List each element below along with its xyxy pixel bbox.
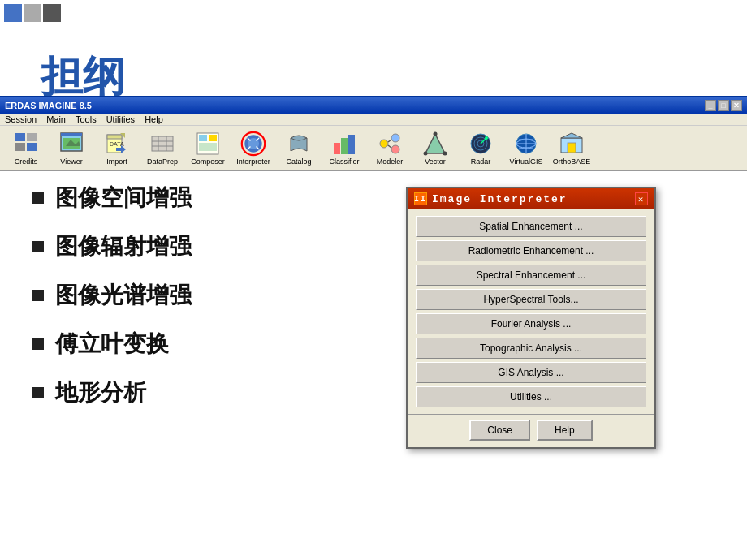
radar-button[interactable]: Radar (460, 128, 502, 168)
vector-button[interactable]: Vector (414, 128, 456, 168)
svg-text:DATA: DATA (110, 141, 124, 147)
credits-button[interactable]: Credits (5, 128, 47, 168)
svg-point-39 (443, 152, 447, 156)
svg-rect-5 (61, 133, 82, 136)
erdas-title-text: ERDAS IMAGINE 8.5 (5, 101, 92, 110)
svg-rect-20 (209, 135, 217, 141)
svg-point-34 (391, 145, 399, 153)
dataprep-icon (149, 131, 175, 157)
svg-rect-52 (568, 143, 576, 153)
gis-analysis-button[interactable]: GIS Analysis ... (416, 362, 646, 383)
bullet-item-1: 图像空间增强 (32, 183, 341, 213)
erdas-toolbar: Credits Viewer DATA (0, 126, 747, 170)
composer-icon (195, 131, 221, 157)
bullet-item-5: 地形分析 (32, 377, 341, 408)
dialog-title-icon: II (414, 192, 427, 205)
svg-rect-3 (27, 143, 37, 151)
bullet-text-2: 图像辐射增强 (55, 231, 192, 262)
bullet-square-3 (32, 290, 44, 301)
hyperspectral-tools-button[interactable]: HyperSpectral Tools... (416, 289, 646, 310)
square-2 (24, 4, 41, 22)
classifier-button[interactable]: Classifier (323, 128, 365, 168)
svg-marker-37 (425, 134, 445, 153)
dialog-close-button[interactable]: ✕ (635, 192, 648, 205)
dataprep-button[interactable]: DataPrep (141, 128, 184, 168)
bullet-text-1: 图像空间增强 (55, 183, 192, 213)
bullet-text-3: 图像光谱增强 (55, 280, 192, 311)
top-banner (0, 0, 747, 45)
content-area: 图像空间增强 图像辐射增强 图像光谱增强 傅立叶变换 地形分析 (32, 183, 341, 426)
svg-rect-21 (199, 143, 217, 151)
viewer-icon (58, 131, 84, 157)
spectral-enhancement-button[interactable]: Spectral Enhancement ... (416, 265, 646, 286)
modeler-icon (377, 131, 403, 157)
svg-rect-2 (15, 143, 25, 151)
svg-rect-0 (15, 133, 25, 141)
close-button[interactable]: ✕ (731, 100, 742, 111)
svg-point-33 (391, 134, 399, 142)
square-3 (43, 4, 61, 22)
dialog-body: Spatial Enhancement ... Radiometric Enha… (408, 209, 654, 414)
bullet-text-4: 傅立叶变换 (55, 329, 169, 360)
bullet-item-2: 图像辐射增强 (32, 231, 341, 262)
topographic-analysis-button[interactable]: Topographic Analysis ... (416, 338, 646, 359)
decorative-squares (4, 4, 61, 22)
image-interpreter-dialog: II Image Interpreter ✕ Spatial Enhanceme… (406, 187, 656, 449)
credits-icon (13, 131, 39, 157)
bullet-item-3: 图像光谱增强 (32, 280, 341, 311)
orthobase-icon (559, 131, 585, 157)
svg-rect-30 (341, 138, 348, 154)
window-controls: _ □ ✕ (705, 100, 742, 111)
close-footer-button[interactable]: Close (469, 420, 530, 441)
viewer-button[interactable]: Viewer (50, 128, 93, 168)
erdas-titlebar: ERDAS IMAGINE 8.5 _ □ ✕ (0, 97, 747, 114)
svg-rect-31 (348, 135, 355, 154)
menu-session[interactable]: Session (5, 114, 37, 124)
spatial-enhancement-button[interactable]: Spatial Enhancement ... (416, 216, 646, 237)
dialog-title-text: Image Interpreter (432, 193, 568, 205)
svg-rect-1 (27, 133, 37, 141)
interpreter-button[interactable]: Interpreter (232, 128, 274, 168)
bullet-square-2 (32, 241, 44, 252)
bullet-square-1 (32, 192, 44, 204)
svg-rect-29 (334, 143, 340, 154)
square-1 (4, 4, 22, 22)
menu-utilities[interactable]: Utilities (106, 114, 135, 124)
virtualgis-button[interactable]: VirtualGIS (505, 128, 547, 168)
radar-icon (468, 131, 494, 157)
menu-tools[interactable]: Tools (76, 114, 97, 124)
svg-rect-13 (152, 136, 173, 151)
svg-line-36 (388, 145, 391, 148)
bullet-square-4 (32, 338, 44, 350)
import-button[interactable]: DATA Import (96, 128, 138, 168)
vector-icon (422, 131, 448, 157)
composer-button[interactable]: Composer (187, 128, 229, 168)
modeler-button[interactable]: Modeler (369, 128, 411, 168)
menu-main[interactable]: Main (46, 114, 66, 124)
dialog-footer: Close Help (408, 414, 654, 447)
utilities-button[interactable]: Utilities ... (416, 386, 646, 407)
catalog-button[interactable]: Catalog (278, 128, 320, 168)
svg-line-35 (388, 140, 391, 142)
bullet-square-5 (32, 387, 44, 398)
orthobase-button[interactable]: OrthoBASE (551, 128, 593, 168)
minimize-button[interactable]: _ (705, 100, 716, 111)
erdas-menubar: Session Main Tools Utilities Help (0, 114, 747, 126)
svg-rect-19 (199, 135, 207, 141)
fourier-analysis-button[interactable]: Fourier Analysis ... (416, 313, 646, 334)
dialog-titlebar: II Image Interpreter ✕ (408, 188, 654, 209)
help-footer-button[interactable]: Help (537, 420, 593, 441)
maximize-button[interactable]: □ (718, 100, 729, 111)
radiometric-enhancement-button[interactable]: Radiometric Enhancement ... (416, 240, 646, 261)
classifier-icon (331, 131, 357, 157)
bullet-text-5: 地形分析 (55, 377, 146, 408)
svg-point-40 (424, 152, 428, 156)
dialog-title-left: II Image Interpreter (414, 192, 568, 205)
svg-marker-51 (561, 133, 582, 138)
svg-point-32 (380, 140, 388, 148)
menu-help[interactable]: Help (145, 114, 163, 124)
svg-point-45 (485, 136, 488, 140)
bullet-item-4: 傅立叶变换 (32, 329, 341, 360)
virtualgis-icon (513, 131, 539, 157)
svg-point-38 (434, 132, 438, 136)
